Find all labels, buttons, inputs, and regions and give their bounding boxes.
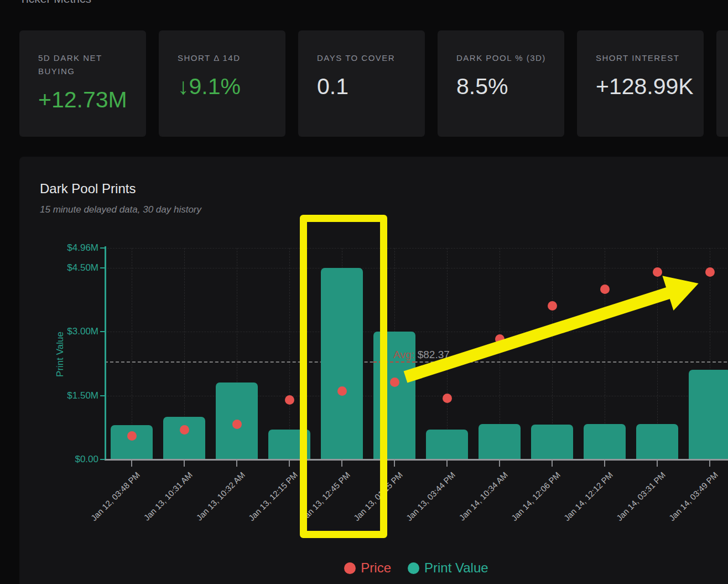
section-title: Ticker Metrics bbox=[19, 0, 91, 5]
print-value-legend-dot-icon bbox=[408, 562, 419, 574]
x-tick bbox=[236, 461, 237, 467]
metric-card: DARK POOL % (3D)8.5% bbox=[438, 30, 564, 137]
metric-value: +12.73M bbox=[38, 87, 129, 113]
chart-legend: Price Print Value bbox=[19, 560, 728, 576]
print-value-bar[interactable] bbox=[426, 430, 468, 459]
price-dot[interactable] bbox=[390, 378, 399, 387]
price-dot[interactable] bbox=[285, 395, 294, 405]
x-tick bbox=[184, 461, 185, 467]
y-axis-line bbox=[105, 246, 106, 460]
y-tick bbox=[100, 267, 105, 268]
metric-value: ↓9.1% bbox=[178, 74, 269, 100]
metric-label: 5D DARK NET BUYING bbox=[38, 51, 128, 78]
print-value-bar[interactable] bbox=[163, 417, 205, 459]
legend-item-print-value[interactable]: Print Value bbox=[408, 560, 488, 576]
metric-value: +128.99K bbox=[596, 74, 687, 100]
metric-card: SHORT Δ 14D↓9.1% bbox=[159, 30, 285, 137]
price-dot[interactable] bbox=[653, 267, 662, 277]
highlight-box-annotation bbox=[300, 215, 387, 538]
price-dot[interactable] bbox=[443, 394, 452, 403]
x-tick bbox=[131, 461, 132, 467]
metric-value: 8.5% bbox=[456, 74, 548, 100]
v-gridline bbox=[289, 248, 290, 459]
h-gridline bbox=[105, 396, 728, 396]
x-tick bbox=[289, 461, 290, 467]
legend-item-price[interactable]: Price bbox=[344, 560, 391, 576]
x-axis-line bbox=[105, 459, 728, 461]
y-tick-label: $1.50M bbox=[54, 390, 98, 401]
y-tick bbox=[100, 459, 105, 460]
x-tick bbox=[657, 461, 658, 467]
h-gridline bbox=[105, 268, 728, 268]
metric-label: SHORT INTEREST bbox=[596, 51, 685, 65]
y-tick bbox=[100, 331, 105, 332]
price-dot[interactable] bbox=[127, 431, 137, 441]
y-tick bbox=[100, 247, 105, 249]
print-value-legend-label: Print Value bbox=[424, 560, 488, 576]
y-tick-label: $3.00M bbox=[54, 326, 98, 337]
h-gridline bbox=[105, 248, 728, 249]
panel-title: Dark Pool Prints bbox=[40, 181, 136, 197]
y-tick-label: $4.96M bbox=[54, 242, 98, 254]
metric-value: 0.1 bbox=[317, 74, 408, 100]
y-tick-label: $4.50M bbox=[54, 262, 98, 273]
price-legend-label: Price bbox=[361, 560, 391, 576]
price-dot[interactable] bbox=[180, 425, 189, 435]
x-tick bbox=[499, 461, 500, 467]
print-value-bar[interactable] bbox=[111, 425, 153, 459]
x-tick bbox=[604, 461, 605, 467]
print-value-bar[interactable] bbox=[531, 425, 573, 459]
y-tick-label: $0.00 bbox=[54, 454, 98, 465]
price-dot[interactable] bbox=[705, 267, 715, 277]
metric-label: SHORT Δ 14D bbox=[178, 51, 267, 65]
h-gridline bbox=[105, 332, 728, 332]
metric-label: DAYS TO COVER bbox=[317, 51, 407, 65]
print-value-bar[interactable] bbox=[689, 370, 728, 459]
metric-card-partial bbox=[716, 30, 728, 137]
print-value-bar[interactable] bbox=[636, 424, 678, 459]
x-tick bbox=[446, 461, 448, 467]
price-dot[interactable] bbox=[232, 420, 242, 429]
print-value-bar[interactable] bbox=[479, 424, 521, 459]
dark-pool-dashboard: Ticker Metrics 5D DARK NET BUYING+12.73M… bbox=[0, 0, 728, 584]
y-tick bbox=[100, 395, 105, 396]
price-legend-dot-icon bbox=[344, 562, 356, 574]
x-tick bbox=[552, 461, 553, 467]
metric-card: SHORT INTEREST+128.99K bbox=[577, 30, 704, 137]
x-tick bbox=[709, 461, 710, 467]
x-tick bbox=[394, 461, 395, 467]
y-axis-title: Print Value bbox=[55, 332, 66, 377]
print-value-bar[interactable] bbox=[584, 424, 626, 459]
metric-card: DAYS TO COVER0.1 bbox=[298, 30, 425, 137]
metric-card: 5D DARK NET BUYING+12.73M bbox=[19, 30, 146, 137]
panel-subtitle: 15 minute delayed data, 30 day history bbox=[40, 204, 201, 215]
metric-label: DARK POOL % (3D) bbox=[456, 51, 546, 65]
